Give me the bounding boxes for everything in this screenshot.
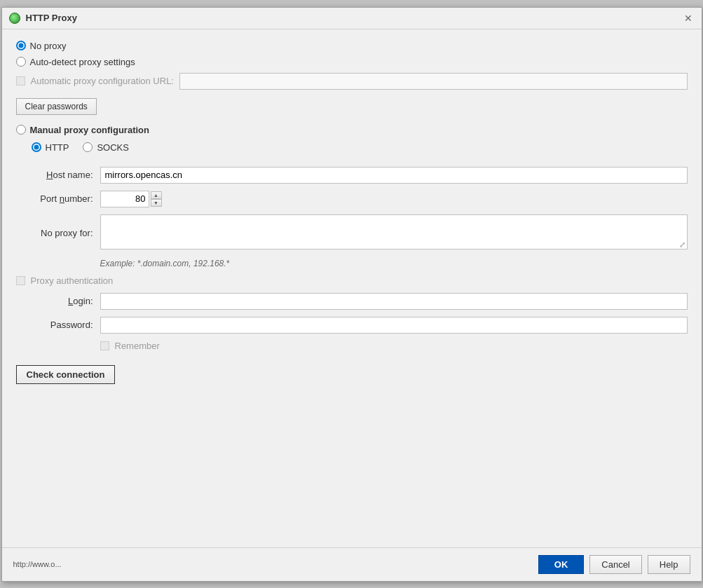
socks-radio[interactable] bbox=[83, 142, 93, 152]
host-name-input[interactable] bbox=[100, 167, 688, 184]
auto-config-row: Automatic proxy configuration URL: bbox=[16, 73, 688, 90]
proxy-icon bbox=[9, 13, 20, 24]
no-proxy-for-label: No proxy for: bbox=[16, 228, 100, 238]
example-text: Example: *.domain.com, 192.168.* bbox=[100, 259, 688, 268]
dialog-content: No proxy Auto-detect proxy settings Auto… bbox=[2, 29, 702, 547]
title-bar: HTTP Proxy ✕ bbox=[2, 8, 702, 29]
dialog: HTTP Proxy ✕ No proxy Auto-detect proxy … bbox=[1, 7, 702, 582]
socks-option[interactable]: SOCKS bbox=[83, 142, 129, 153]
auto-detect-radio[interactable] bbox=[16, 57, 26, 67]
manual-proxy-label: Manual proxy configuration bbox=[30, 125, 149, 135]
title-bar-left: HTTP Proxy bbox=[9, 13, 77, 24]
manual-proxy-header: Manual proxy configuration bbox=[16, 125, 688, 135]
proxy-auth-checkbox bbox=[16, 276, 25, 285]
auto-detect-label: Auto-detect proxy settings bbox=[30, 57, 135, 67]
auto-config-label: Automatic proxy configuration URL: bbox=[31, 76, 174, 86]
dialog-title: HTTP Proxy bbox=[26, 13, 77, 23]
login-label: Login: bbox=[16, 296, 100, 306]
protocol-row: HTTP SOCKS bbox=[32, 142, 688, 158]
no-proxy-for-input-wrap: ⤢ bbox=[100, 214, 688, 252]
port-input[interactable] bbox=[100, 191, 149, 207]
port-input-wrap: ▲ ▼ bbox=[100, 191, 162, 207]
socks-label: SOCKS bbox=[97, 142, 129, 153]
remember-checkbox bbox=[100, 341, 109, 350]
http-label: HTTP bbox=[46, 142, 69, 153]
remember-row: Remember bbox=[100, 341, 688, 351]
login-input[interactable] bbox=[100, 293, 688, 310]
no-proxy-radio[interactable] bbox=[16, 41, 26, 50]
no-proxy-option[interactable]: No proxy bbox=[16, 41, 688, 51]
proxy-auth-row: Proxy authentication bbox=[16, 275, 688, 286]
ok-button[interactable]: OK bbox=[538, 555, 585, 574]
password-row: Password: bbox=[16, 317, 688, 334]
remember-label: Remember bbox=[115, 341, 160, 351]
port-spinner: ▲ ▼ bbox=[151, 191, 162, 207]
footer-url: http://www.o... bbox=[13, 560, 533, 568]
http-radio[interactable] bbox=[32, 142, 41, 152]
manual-proxy-radio[interactable] bbox=[16, 125, 26, 135]
port-down-button[interactable]: ▼ bbox=[151, 199, 162, 207]
port-number-label: Port number: bbox=[16, 193, 100, 204]
auto-config-input[interactable] bbox=[179, 73, 688, 90]
no-proxy-label: No proxy bbox=[30, 41, 67, 51]
dialog-footer: http://www.o... OK Cancel Help bbox=[2, 547, 702, 581]
check-connection-button[interactable]: Check connection bbox=[16, 365, 116, 384]
clear-passwords-button[interactable]: Clear passwords bbox=[16, 98, 97, 115]
auto-detect-option[interactable]: Auto-detect proxy settings bbox=[16, 57, 688, 67]
port-number-row: Port number: ▲ ▼ bbox=[16, 191, 688, 207]
host-name-label: Host name: bbox=[16, 170, 100, 180]
host-name-row: Host name: bbox=[16, 167, 688, 184]
http-option[interactable]: HTTP bbox=[32, 142, 69, 153]
password-input[interactable] bbox=[100, 317, 688, 334]
password-label: Password: bbox=[16, 320, 100, 330]
port-up-button[interactable]: ▲ bbox=[151, 191, 162, 199]
no-proxy-for-row: No proxy for: ⤢ bbox=[16, 214, 688, 252]
close-button[interactable]: ✕ bbox=[682, 12, 695, 25]
login-row: Login: bbox=[16, 293, 688, 310]
proxy-auth-label: Proxy authentication bbox=[31, 275, 114, 286]
no-proxy-for-input[interactable] bbox=[100, 214, 688, 249]
cancel-button[interactable]: Cancel bbox=[589, 555, 641, 574]
help-button[interactable]: Help bbox=[648, 555, 690, 574]
expand-icon[interactable]: ⤢ bbox=[679, 240, 685, 249]
auto-config-checkbox bbox=[16, 76, 25, 86]
